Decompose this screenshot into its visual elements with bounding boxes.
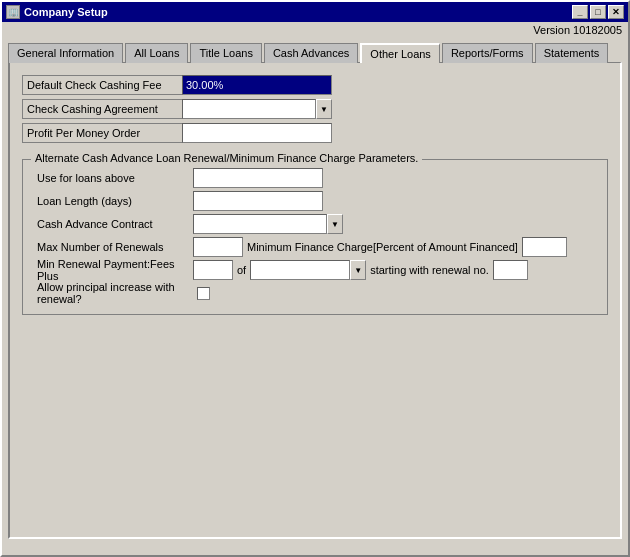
check-cashing-fee-row: Default Check Cashing Fee <box>22 75 608 95</box>
window-icon: 🏢 <box>6 5 20 19</box>
profit-money-order-input[interactable] <box>182 123 332 143</box>
min-renewal-row: Min Renewal Payment:Fees Plus of ▼ start… <box>33 260 597 280</box>
tab-title-loans[interactable]: Title Loans <box>190 43 261 63</box>
content-area: Default Check Cashing Fee Check Cashing … <box>8 62 622 539</box>
cash-advance-contract-dropdown[interactable]: ▼ <box>327 214 343 234</box>
min-finance-charge-label: Minimum Finance Charge[Percent of Amount… <box>247 241 518 253</box>
group-box: Alternate Cash Advance Loan Renewal/Mini… <box>22 159 608 315</box>
version-bar: Version 10182005 <box>2 22 628 38</box>
cash-advance-contract-input[interactable] <box>193 214 327 234</box>
of-dropdown[interactable]: ▼ <box>350 260 366 280</box>
window-title: Company Setup <box>24 6 108 18</box>
main-window: 🏢 Company Setup _ □ ✕ Version 10182005 G… <box>0 0 630 557</box>
check-cashing-fee-input[interactable] <box>182 75 332 95</box>
of-label: of <box>233 264 250 276</box>
use-for-loans-input[interactable] <box>193 168 323 188</box>
minimize-button[interactable]: _ <box>572 5 588 19</box>
check-cashing-agreement-input-wrapper: ▼ <box>182 99 332 119</box>
starting-with-input[interactable] <box>493 260 528 280</box>
cash-advance-contract-label: Cash Advance Contract <box>33 214 193 234</box>
tabs-container: General Information All Loans Title Loan… <box>2 38 628 62</box>
profit-money-order-row: Profit Per Money Order <box>22 123 608 143</box>
check-cashing-agreement-row: Check Cashing Agreement ▼ <box>22 99 608 119</box>
allow-principal-row: Allow principal increase with renewal? <box>33 283 597 303</box>
check-cashing-agreement-input[interactable] <box>182 99 316 119</box>
use-for-loans-label: Use for loans above <box>33 168 193 188</box>
title-bar-controls: _ □ ✕ <box>572 5 624 19</box>
of-input[interactable] <box>250 260 350 280</box>
allow-principal-checkbox[interactable] <box>197 287 210 300</box>
tab-general-information[interactable]: General Information <box>8 43 123 63</box>
renewals-finance-row: Max Number of Renewals Minimum Finance C… <box>33 237 597 257</box>
tab-reports-forms[interactable]: Reports/Forms <box>442 43 533 63</box>
check-cashing-agreement-dropdown[interactable]: ▼ <box>316 99 332 119</box>
close-button[interactable]: ✕ <box>608 5 624 19</box>
tab-statements[interactable]: Statements <box>535 43 609 63</box>
group-box-legend: Alternate Cash Advance Loan Renewal/Mini… <box>31 152 422 164</box>
tab-other-loans[interactable]: Other Loans <box>360 43 440 63</box>
cash-advance-contract-input-wrapper: ▼ <box>193 214 343 234</box>
loan-length-row: Loan Length (days) <box>33 191 597 211</box>
use-for-loans-row: Use for loans above <box>33 168 597 188</box>
title-bar-left: 🏢 Company Setup <box>6 5 108 19</box>
starting-with-label: starting with renewal no. <box>366 264 493 276</box>
min-finance-charge-input[interactable] <box>522 237 567 257</box>
profit-money-order-label: Profit Per Money Order <box>22 123 182 143</box>
min-renewal-label: Min Renewal Payment:Fees Plus <box>33 260 193 280</box>
version-text: Version 10182005 <box>533 24 622 36</box>
allow-principal-label: Allow principal increase with renewal? <box>33 283 193 303</box>
title-bar: 🏢 Company Setup _ □ ✕ <box>2 2 628 22</box>
max-renewals-label: Max Number of Renewals <box>33 237 193 257</box>
max-renewals-input[interactable] <box>193 237 243 257</box>
min-renewal-input[interactable] <box>193 260 233 280</box>
loan-length-label: Loan Length (days) <box>33 191 193 211</box>
cash-advance-contract-row: Cash Advance Contract ▼ <box>33 214 597 234</box>
check-cashing-agreement-label: Check Cashing Agreement <box>22 99 182 119</box>
tab-all-loans[interactable]: All Loans <box>125 43 188 63</box>
check-cashing-fee-label: Default Check Cashing Fee <box>22 75 182 95</box>
maximize-button[interactable]: □ <box>590 5 606 19</box>
tab-cash-advances[interactable]: Cash Advances <box>264 43 358 63</box>
loan-length-input[interactable] <box>193 191 323 211</box>
